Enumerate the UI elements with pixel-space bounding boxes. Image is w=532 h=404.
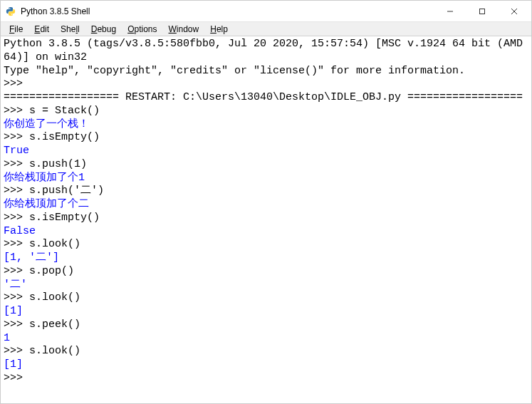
maximize-button[interactable]	[466, 1, 498, 21]
console-line: 你创造了一个栈！	[4, 118, 528, 132]
console-line: True	[4, 145, 528, 158]
python-icon	[5, 6, 16, 17]
window-controls	[434, 1, 530, 21]
console-line: ================== RESTART: C:\Users\130…	[4, 91, 528, 105]
menu-window[interactable]: Window	[163, 24, 205, 35]
console-line: [1, '二']	[4, 252, 528, 265]
menu-edit[interactable]: Edit	[28, 24, 55, 35]
console-line: >>> s.isEmpty()	[4, 131, 528, 145]
menu-file[interactable]: File	[4, 24, 28, 35]
console-line: [1]	[4, 305, 528, 318]
console-line: >>> s.isEmpty()	[4, 212, 528, 225]
window-title: Python 3.8.5 Shell	[21, 6, 434, 16]
console-line: >>> s = Stack()	[4, 105, 528, 118]
close-button[interactable]	[498, 1, 530, 21]
console-line: 1	[4, 332, 528, 346]
console-line: [1]	[4, 358, 528, 372]
console-line: >>> s.push('二')	[4, 185, 528, 198]
console-line: >>> s.look()	[4, 345, 528, 358]
console-output[interactable]: Python 3.8.5 (tags/v3.8.5:580fbb0, Jul 2…	[1, 36, 531, 387]
console-line: 你给栈顶加了个二	[4, 198, 528, 212]
console-line: Python 3.8.5 (tags/v3.8.5:580fbb0, Jul 2…	[4, 38, 528, 65]
menu-debug[interactable]: Debug	[85, 24, 122, 35]
menubar: File Edit Shell Debug Options Window Hel…	[1, 22, 531, 36]
menu-options[interactable]: Options	[122, 24, 162, 35]
console-line: False	[4, 225, 528, 239]
menu-help[interactable]: Help	[204, 24, 234, 35]
console-line: >>> s.peek()	[4, 318, 528, 332]
console-line: 你给栈顶加了个1	[4, 172, 528, 185]
console-line: >>> s.push(1)	[4, 158, 528, 172]
console-line: '二'	[4, 279, 528, 292]
console-line: >>>	[4, 78, 528, 91]
menu-shell[interactable]: Shell	[55, 24, 85, 35]
titlebar: Python 3.8.5 Shell	[1, 1, 531, 22]
console-line: >>> s.pop()	[4, 265, 528, 279]
minimize-button[interactable]	[434, 1, 466, 21]
console-line: >>> s.look()	[4, 238, 528, 252]
console-line: Type "help", "copyright", "credits" or "…	[4, 65, 528, 78]
console-line: >>> s.look()	[4, 291, 528, 305]
console-line: >>>	[4, 372, 528, 385]
svg-rect-1	[479, 9, 484, 14]
